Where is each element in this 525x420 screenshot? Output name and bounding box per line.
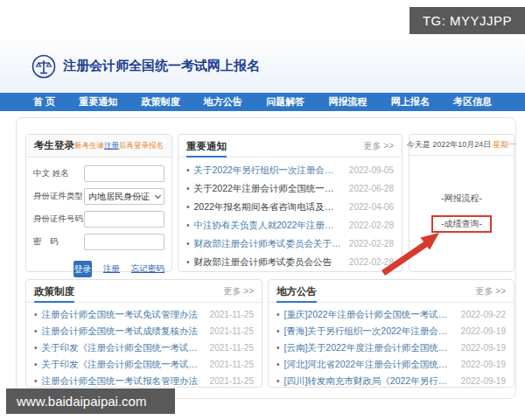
login-panel: 考生登录 新考生请注册后再登录报名 中文 姓名 身份证件类型 内地居民身份证 身… bbox=[25, 134, 172, 272]
bullet-icon: • bbox=[276, 343, 280, 353]
name-input[interactable] bbox=[84, 165, 164, 182]
site-title: 注册会计师全国统一考试网上报名 bbox=[63, 58, 260, 74]
local-item-link[interactable]: [河北]河北省2022年注册会计师全国统一考试新冠肺炎疫... bbox=[284, 359, 454, 371]
notice-item[interactable]: • 财政部注册会计师考试委员会关于印发《2022年注册会计师... 2022-0… bbox=[186, 234, 394, 253]
policies-list: • 注册会计师全国统一考试免试管理办法 2021-11-25 • 注册会计师全国… bbox=[26, 303, 262, 389]
policy-item[interactable]: • 注册会计师全国统一考试报名管理办法 2021-11-25 bbox=[34, 373, 254, 389]
local-item-date: 2022-09-19 bbox=[461, 343, 506, 353]
notices-title: 重要通知 bbox=[186, 135, 227, 158]
bullet-icon: • bbox=[34, 360, 38, 369]
local-item[interactable]: • [青海]关于另行组织一次2022年注册会计师全国统一考试... 2022-0… bbox=[276, 323, 506, 340]
policy-item[interactable]: • 关于印发《注册会计师全国统一考试合格证管理办法》的通知 2021-11-25 bbox=[34, 340, 254, 356]
id-type-label: 身份证件类型 bbox=[33, 191, 84, 202]
local-item-link[interactable]: [云南]关于2022年度注册会计师全国统一考试昆明考区考... bbox=[284, 342, 454, 354]
bullet-icon: • bbox=[276, 310, 280, 319]
bullet-icon: • bbox=[34, 310, 38, 319]
notice-item[interactable]: • 2022年报名期间各省咨询电话及邮箱清单 2022-04-06 bbox=[186, 198, 394, 216]
nav-item[interactable]: 网报流程 bbox=[328, 95, 367, 108]
notice-item[interactable]: • 中注协有关负责人就2022年注册会计师全国统一考试报名相... 2022-0… bbox=[186, 216, 394, 234]
policy-item[interactable]: • 注册会计师全国统一考试成绩复核办法 2021-11-25 bbox=[34, 323, 254, 340]
nav-item[interactable]: 问题解答 bbox=[266, 95, 304, 108]
chevron-down-icon bbox=[155, 192, 161, 198]
policy-item-date: 2021-11-25 bbox=[210, 376, 254, 386]
policy-item-link[interactable]: 关于印发《注册会计师全国统一考试应考人员考场守则》的通知 bbox=[42, 359, 203, 371]
bullet-icon: • bbox=[34, 343, 38, 353]
policy-item-date: 2021-11-25 bbox=[210, 326, 254, 336]
bullet-icon: • bbox=[186, 202, 190, 212]
policy-item-link[interactable]: 注册会计师全国统一考试报名管理办法 bbox=[42, 375, 203, 388]
policy-item[interactable]: • 关于印发《注册会计师全国统一考试应考人员考场守则》的通知 2021-11-2… bbox=[34, 356, 254, 373]
bullet-icon: • bbox=[186, 165, 190, 175]
register-inline-link[interactable]: 注册 bbox=[104, 141, 119, 150]
policies-more-link[interactable]: 更多 >> bbox=[224, 285, 254, 298]
tg-badge: TG: MYYJJPP bbox=[410, 7, 525, 34]
bullet-icon: • bbox=[186, 184, 190, 193]
local-item[interactable]: • [四川]转发南充市财政局《2022年另行组织的注册会计师... 2022-0… bbox=[276, 373, 506, 389]
notice-item-link[interactable]: 关于2022年另行组织一次注册会计师全国统一考试的公告 bbox=[194, 164, 342, 177]
login-hint-suffix: 后再登录报名 bbox=[119, 141, 164, 150]
notice-item[interactable]: • 关于2022年注册会计师全国统一考试报名交费提醒的公告 2022-06-28 bbox=[186, 179, 394, 198]
local-item-link[interactable]: [青海]关于另行组织一次2022年注册会计师全国统一考试... bbox=[284, 326, 454, 338]
nav-item[interactable]: 首 页 bbox=[33, 95, 55, 108]
watermark: www.baidaipaipai.com bbox=[6, 388, 175, 414]
local-item-link[interactable]: [四川]转发南充市财政局《2022年另行组织的注册会计师... bbox=[284, 375, 454, 388]
nav-item[interactable]: 网上报名 bbox=[391, 95, 430, 108]
flow-link[interactable]: -网报流程- bbox=[441, 192, 482, 205]
site-header: 注册会计师全国统一考试网上报名 bbox=[0, 39, 525, 93]
policy-item[interactable]: • 注册会计师全国统一考试免试管理办法 2021-11-25 bbox=[34, 306, 254, 323]
login-hint: 新考生请注册后再登录报名 bbox=[74, 141, 164, 151]
nav-item[interactable]: 地方公告 bbox=[204, 95, 242, 108]
local-title: 地方公告 bbox=[276, 280, 317, 303]
notice-item-date: 2022-09-05 bbox=[349, 165, 394, 175]
password-input[interactable] bbox=[84, 234, 164, 250]
local-more-link[interactable]: 更多 >> bbox=[476, 285, 506, 298]
id-type-select[interactable]: 内地居民身份证 bbox=[84, 188, 164, 205]
bullet-icon: • bbox=[186, 257, 190, 267]
policies-header: 政策制度 更多 >> bbox=[26, 280, 262, 303]
local-item[interactable]: • [河北]河北省2022年注册会计师全国统一考试新冠肺炎疫... 2022-0… bbox=[276, 356, 506, 373]
notice-item-link[interactable]: 财政部注册会计师考试委员会公告 bbox=[194, 256, 342, 269]
nav-item[interactable]: 考区信息 bbox=[453, 95, 492, 108]
notice-item-link[interactable]: 2022年报名期间各省咨询电话及邮箱清单 bbox=[194, 201, 342, 214]
notice-item[interactable]: • 关于2022年另行组织一次注册会计师全国统一考试的公告 2022-09-05 bbox=[186, 161, 394, 179]
login-button[interactable]: 登录 bbox=[74, 261, 92, 277]
notice-item-link[interactable]: 关于2022年注册会计师全国统一考试报名交费提醒的公告 bbox=[194, 183, 342, 195]
local-item[interactable]: • [重庆]2022年注册会计师全国统一考试（重庆地区） 相... 2022-0… bbox=[276, 306, 506, 323]
today-date-text: 今天是 2022年10月24日 bbox=[407, 139, 492, 150]
cpa-logo-icon bbox=[32, 54, 56, 79]
nav-item[interactable]: 重要通知 bbox=[79, 95, 117, 108]
bullet-icon: • bbox=[276, 326, 280, 336]
id-number-input[interactable] bbox=[84, 211, 164, 228]
id-number-label: 身份证件号码 bbox=[33, 214, 84, 225]
bullet-icon: • bbox=[34, 376, 38, 386]
local-item[interactable]: • [云南]关于2022年度注册会计师全国统一考试昆明考区考... 2022-0… bbox=[276, 340, 506, 356]
policy-item-link[interactable]: 注册会计师全国统一考试成绩复核办法 bbox=[42, 326, 203, 338]
login-panel-header: 考生登录 新考生请注册后再登录报名 bbox=[26, 135, 172, 158]
id-type-value: 内地居民身份证 bbox=[88, 191, 150, 203]
policies-title: 政策制度 bbox=[34, 280, 74, 303]
policy-item-link[interactable]: 关于印发《注册会计师全国统一考试合格证管理办法》的通知 bbox=[42, 342, 203, 354]
notice-item-link[interactable]: 财政部注册会计师考试委员会关于印发《2022年注册会计师... bbox=[194, 238, 342, 250]
policy-item-date: 2021-11-25 bbox=[210, 343, 254, 353]
notice-item-date: 2022-04-06 bbox=[349, 202, 394, 212]
notices-list: • 关于2022年另行组织一次注册会计师全国统一考试的公告 2022-09-05… bbox=[178, 158, 402, 271]
notices-header: 重要通知 更多 >> bbox=[178, 135, 402, 158]
local-announcements-panel: 地方公告 更多 >> • [重庆]2022年注册会计师全国统一考试（重庆地区） … bbox=[268, 279, 514, 388]
today-weekday: 星期一 bbox=[493, 139, 516, 150]
local-header: 地方公告 更多 >> bbox=[269, 280, 514, 303]
today-date: 今天是 2022年10月24日 星期一 bbox=[410, 135, 514, 156]
register-link[interactable]: 注册 bbox=[103, 263, 120, 275]
policy-item-date: 2021-11-25 bbox=[210, 360, 254, 369]
login-title: 考生登录 bbox=[34, 139, 74, 152]
notices-more-link[interactable]: 更多 >> bbox=[364, 140, 394, 152]
main-nav: 首 页 重要通知 政策制度 地方公告 问题解答 网报流程 网上报名 考区信息 bbox=[0, 93, 525, 111]
page: TG: MYYJJPP 注册会计师全国统一考试网上报名 首 页 重要通知 政策制… bbox=[0, 0, 525, 420]
forgot-password-link[interactable]: 忘记密码 bbox=[131, 263, 164, 275]
bullet-icon: • bbox=[186, 239, 190, 248]
notice-item[interactable]: • 财政部注册会计师考试委员会公告 2022-02-28 bbox=[186, 253, 394, 271]
nav-item[interactable]: 政策制度 bbox=[142, 95, 180, 108]
policy-item-link[interactable]: 注册会计师全国统一考试免试管理办法 bbox=[42, 309, 203, 321]
notice-item-link[interactable]: 中注协有关负责人就2022年注册会计师全国统一考试报名相... bbox=[194, 220, 342, 232]
local-item-link[interactable]: [重庆]2022年注册会计师全国统一考试（重庆地区） 相... bbox=[284, 309, 454, 321]
local-list: • [重庆]2022年注册会计师全国统一考试（重庆地区） 相... 2022-0… bbox=[269, 303, 514, 389]
